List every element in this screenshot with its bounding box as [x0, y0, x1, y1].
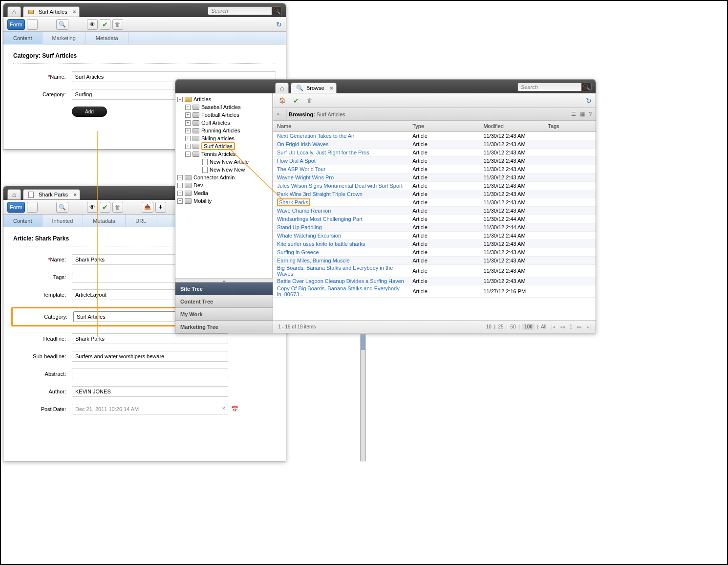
- sidetree-content[interactable]: Content Tree: [175, 295, 273, 307]
- search-input[interactable]: [208, 8, 272, 14]
- table-row[interactable]: Big Boards, Banana Stalks and Everybody …: [273, 264, 596, 277]
- table-row[interactable]: Surfing in GreeceArticle11/30/12 2:43 AM: [273, 248, 596, 256]
- table-row[interactable]: Shark ParksArticle11/30/12 2:43 AM: [273, 198, 596, 206]
- vertical-scrollbar[interactable]: [360, 334, 366, 461]
- author-input[interactable]: [72, 386, 228, 397]
- col-modified[interactable]: Modified: [479, 121, 544, 131]
- table-row[interactable]: Earning Miles, Burning MuscleArticle11/3…: [273, 256, 596, 264]
- tree-node[interactable]: New New Article: [177, 158, 270, 166]
- table-row[interactable]: Whale Watching ExcursionArticle11/30/12 …: [273, 231, 596, 239]
- mode-toggle-button[interactable]: [27, 202, 38, 213]
- tree-node[interactable]: +Running Articles: [177, 127, 270, 134]
- tree-node[interactable]: +Media: [177, 189, 270, 197]
- tab-surf-articles[interactable]: Surf Articles ×: [23, 6, 80, 17]
- approve-button[interactable]: [100, 202, 110, 213]
- table-row[interactable]: Copy Of Big Boards, Banana Stalks and Ev…: [273, 285, 596, 297]
- tree-node[interactable]: +Football Articles: [177, 111, 270, 119]
- table-row[interactable]: The ASP World TourArticle11/30/12 2:43 A…: [273, 165, 596, 173]
- action-button-1[interactable]: 📥: [142, 202, 153, 213]
- form-button[interactable]: Form: [7, 19, 25, 30]
- delete-button[interactable]: [304, 95, 315, 106]
- tree-node[interactable]: +Baseball Articles: [177, 103, 270, 111]
- tree-node[interactable]: −Tennis Articles: [177, 150, 270, 158]
- close-icon[interactable]: ×: [73, 192, 76, 197]
- table-row[interactable]: Kite surfer uses knife to battle sharksA…: [273, 239, 596, 248]
- tab-browse[interactable]: Browse ×: [291, 83, 337, 93]
- refresh-icon[interactable]: [276, 21, 282, 28]
- subtab-metadata[interactable]: Metadata: [86, 32, 128, 44]
- form-button[interactable]: Form: [7, 202, 25, 213]
- abstract-input[interactable]: [72, 369, 228, 379]
- subtab-content[interactable]: Content: [3, 32, 43, 44]
- table-row[interactable]: On Frigid Irish WavesArticle11/30/12 2:4…: [273, 140, 596, 148]
- help-icon[interactable]: ?: [589, 111, 592, 117]
- col-tags[interactable]: Tags: [544, 121, 596, 131]
- table-row[interactable]: Wave Champ ReunionArticle11/30/12 2:43 A…: [273, 206, 596, 215]
- subheadline-input[interactable]: [72, 351, 228, 362]
- table-row[interactable]: Surf Up Locally, Just Right for the Pros…: [273, 148, 596, 156]
- table-row[interactable]: Jules Wilson Signs Monumental Deal with …: [273, 181, 596, 190]
- pager-first[interactable]: |◂: [551, 324, 555, 329]
- close-icon[interactable]: ×: [330, 85, 333, 91]
- close-icon[interactable]: ×: [73, 9, 76, 15]
- clear-icon[interactable]: ×: [222, 405, 225, 411]
- tree-node[interactable]: +Skiing articles: [177, 134, 270, 142]
- table-row[interactable]: Windsurfings Most Challenging PartArticl…: [273, 215, 596, 223]
- search-button[interactable]: [581, 83, 591, 91]
- sidetree-site[interactable]: Site Tree: [175, 282, 273, 295]
- search-toolbar-button[interactable]: [56, 202, 68, 213]
- tree-node[interactable]: New New New: [177, 166, 270, 174]
- tree-node[interactable]: +Surf Articles: [177, 142, 270, 150]
- new-button[interactable]: 🏠: [277, 95, 288, 106]
- dock-icon[interactable]: ⇤: [277, 111, 281, 117]
- table-row[interactable]: Next Generation Takes to the AirArticle1…: [273, 131, 596, 140]
- pager-prev[interactable]: ◂◂: [560, 324, 565, 329]
- col-type[interactable]: Type: [408, 121, 479, 131]
- search-input[interactable]: [518, 84, 581, 90]
- col-name[interactable]: Name: [273, 121, 408, 131]
- sidetree-mywork[interactable]: My Work: [175, 307, 273, 320]
- headline-input[interactable]: [72, 333, 228, 344]
- home-button[interactable]: [7, 189, 21, 200]
- delete-button[interactable]: [112, 19, 123, 30]
- table-row[interactable]: Park Wins 3rd Straight Triple CrownArtic…: [273, 190, 596, 198]
- tree-node[interactable]: +Golf Articles: [177, 119, 270, 127]
- subtab-marketing[interactable]: Marketing: [43, 32, 86, 44]
- tree-collapse-handle[interactable]: ▾: [175, 278, 273, 282]
- delete-button[interactable]: [112, 202, 123, 213]
- tree-node[interactable]: +Mobility: [177, 197, 270, 205]
- calendar-icon[interactable]: [231, 406, 238, 413]
- sidetree-marketing[interactable]: Marketing Tree: [175, 320, 273, 333]
- add-button[interactable]: Add: [72, 107, 107, 117]
- inspect-button[interactable]: [87, 19, 98, 30]
- subtab-content[interactable]: Content: [3, 215, 43, 227]
- search-toolbar-button[interactable]: [56, 19, 68, 30]
- inspect-button[interactable]: [87, 202, 98, 213]
- mode-toggle-button[interactable]: [27, 19, 38, 30]
- table-row[interactable]: Battle Over Lagoon Cleanup Divides a Sur…: [273, 277, 596, 285]
- doc-icon: [28, 192, 34, 198]
- action-button-2[interactable]: ⬇: [155, 202, 166, 213]
- postdate-input[interactable]: [72, 404, 228, 414]
- pager-next[interactable]: ▸▸: [577, 324, 582, 329]
- refresh-icon[interactable]: [586, 97, 592, 105]
- grid-view-icon[interactable]: ▦: [580, 111, 585, 117]
- table-row[interactable]: Wayne Wright Wins ProArticle11/30/12 2:4…: [273, 173, 596, 181]
- subtab-inherited[interactable]: Inherited: [43, 215, 84, 227]
- approve-button[interactable]: [291, 95, 301, 106]
- table-row[interactable]: How Dial A SpotArticle11/30/12 2:43 AM: [273, 156, 596, 165]
- list-view-icon[interactable]: ☰: [571, 111, 576, 117]
- home-button[interactable]: [275, 83, 289, 93]
- table-row[interactable]: Stand Up PaddlingArticle11/30/12 2:44 AM: [273, 223, 596, 231]
- author-label: Author:: [13, 389, 72, 394]
- home-button[interactable]: [7, 6, 21, 17]
- tree-node-articles[interactable]: −Articles: [177, 95, 270, 103]
- tab-shark-parks[interactable]: Shark Parks ×: [23, 189, 80, 200]
- tree-node[interactable]: +Connector Admin: [177, 174, 270, 181]
- tree-node[interactable]: +Dev: [177, 181, 270, 189]
- search-button[interactable]: [272, 6, 281, 15]
- subtab-metadata[interactable]: Metadata: [83, 215, 126, 227]
- approve-button[interactable]: [100, 19, 110, 30]
- pager-last[interactable]: ▸|: [587, 324, 591, 329]
- subtab-url[interactable]: URL: [126, 215, 156, 227]
